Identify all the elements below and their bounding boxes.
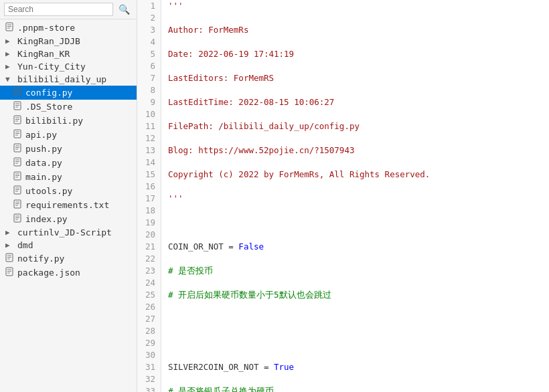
- tree-item-label: push.py: [25, 144, 62, 154]
- tree-item-label: KingRan_KR: [17, 49, 70, 59]
- file-icon: [5, 22, 15, 33]
- tree-item-utools-py[interactable]: utools.py: [0, 184, 137, 198]
- tree-item-label: .pnpm-store: [17, 23, 75, 33]
- file-icon: [13, 115, 23, 126]
- file-icon: [13, 185, 23, 197]
- svg-rect-16: [14, 130, 21, 138]
- code-line-17: # 是否将银瓜子兑换为硬币: [168, 385, 549, 392]
- tree-item-dmd[interactable]: ▶dmd: [0, 239, 137, 252]
- file-explorer-sidebar: 🔍 .pnpm-store▶KingRan_JDJB▶KingRan_KR▶Yu…: [0, 0, 137, 392]
- tree-item-yun-city[interactable]: ▶Yun-City_City: [0, 60, 137, 73]
- code-line-2: Author: ForMemRs: [168, 24, 549, 36]
- folder-open-icon: ▼: [5, 75, 15, 84]
- tree-item-bilibili-py[interactable]: bilibili.py: [0, 114, 137, 128]
- file-icon: [13, 101, 23, 112]
- tree-item-bilibili-daily-up[interactable]: ▼bilibili_daily_up: [0, 73, 137, 86]
- tree-item-curtinlv[interactable]: ▶curtinlv_JD-Script: [0, 226, 137, 239]
- code-line-5: LastEditTime: 2022-08-15 10:06:27: [168, 96, 549, 108]
- svg-rect-48: [6, 268, 13, 276]
- folder-collapsed-icon: ▶: [5, 228, 15, 237]
- tree-item-label: .DS_Store: [25, 102, 72, 112]
- code-content: ''' Author: ForMemRs Date: 2022-06-19 17…: [161, 0, 549, 392]
- svg-rect-44: [6, 254, 13, 262]
- search-button[interactable]: 🔍: [116, 3, 133, 16]
- file-icon: [13, 157, 23, 169]
- tree-item-data-py[interactable]: data.py: [0, 156, 137, 170]
- folder-collapsed-icon: ▶: [5, 62, 15, 71]
- code-line-4: LastEditors: ForMemRS: [168, 72, 549, 84]
- tree-item-label: package.json: [17, 268, 80, 278]
- svg-rect-0: [6, 23, 13, 31]
- tree-item-config-py[interactable]: config.py: [0, 86, 137, 100]
- file-icon: [13, 129, 23, 140]
- svg-rect-8: [14, 102, 21, 110]
- file-icon: [13, 171, 23, 183]
- svg-rect-36: [14, 200, 21, 208]
- svg-rect-20: [14, 144, 21, 152]
- tree-item-notify-py[interactable]: notify.py: [0, 252, 137, 266]
- code-line-1: ''': [168, 0, 549, 12]
- code-line-14: [168, 313, 549, 325]
- code-line-11: COIN_OR_NOT = False: [168, 241, 549, 253]
- file-tree: .pnpm-store▶KingRan_JDJB▶KingRan_KR▶Yun-…: [0, 19, 137, 392]
- tree-item-push-py[interactable]: push.py: [0, 142, 137, 156]
- tree-item-package-json[interactable]: package.json: [0, 266, 137, 280]
- tree-item-index-py[interactable]: index.py: [0, 212, 137, 226]
- tree-item-label: bilibili.py: [25, 116, 83, 126]
- file-icon: [13, 87, 23, 98]
- code-line-8: Copyright (c) 2022 by ForMemRs, All Righ…: [168, 169, 549, 181]
- code-line-16: SILVER2COIN_OR_NOT = True: [168, 361, 549, 373]
- svg-rect-24: [14, 158, 21, 166]
- code-editor: 1 2 3 4 5 6 7 8 9 10 11 12 13 14 15 16 1…: [137, 0, 549, 392]
- tree-item-label: KingRan_JDJB: [17, 36, 80, 46]
- file-icon: [5, 267, 15, 278]
- search-input[interactable]: [4, 3, 113, 16]
- code-line-3: Date: 2022-06-19 17:41:19: [168, 48, 549, 60]
- tree-item-label: index.py: [25, 214, 68, 224]
- code-area[interactable]: 1 2 3 4 5 6 7 8 9 10 11 12 13 14 15 16 1…: [137, 0, 549, 392]
- folder-collapsed-icon: ▶: [5, 50, 15, 58]
- tree-item-label: main.py: [25, 172, 62, 182]
- tree-item-pnpm-store[interactable]: .pnpm-store: [0, 21, 137, 35]
- tree-item-label: dmd: [17, 240, 33, 250]
- search-bar: 🔍: [0, 0, 137, 19]
- tree-item-api-py[interactable]: api.py: [0, 128, 137, 142]
- tree-item-label: Yun-City_City: [17, 62, 86, 72]
- code-line-6: FilePath: /bilibili_daily_up/config.py: [168, 120, 549, 132]
- file-icon: [5, 253, 15, 264]
- svg-rect-4: [14, 88, 21, 96]
- tree-item-label: requirements.txt: [25, 200, 109, 210]
- code-line-10: [168, 217, 549, 229]
- folder-collapsed-icon: ▶: [5, 241, 15, 250]
- tree-item-requirements[interactable]: requirements.txt: [0, 198, 137, 212]
- code-line-7: Blog: https://www.52pojie.cn/?1507943: [168, 144, 549, 157]
- tree-item-kingran-kr[interactable]: ▶KingRan_KR: [0, 47, 137, 60]
- tree-item-label: bilibili_daily_up: [17, 74, 106, 84]
- svg-rect-32: [14, 186, 21, 194]
- tree-item-label: utools.py: [25, 186, 72, 196]
- tree-item-label: notify.py: [17, 254, 64, 264]
- code-line-9: ''': [168, 193, 549, 205]
- file-icon: [13, 199, 23, 211]
- file-icon: [13, 143, 23, 155]
- code-line-13: # 开启后如果硬币数量小于5默认也会跳过: [168, 289, 549, 301]
- tree-item-label: api.py: [25, 130, 57, 140]
- line-numbers: 1 2 3 4 5 6 7 8 9 10 11 12 13 14 15 16 1…: [137, 0, 161, 392]
- code-line-15: [168, 337, 549, 349]
- svg-rect-28: [14, 172, 21, 180]
- svg-rect-12: [14, 116, 21, 124]
- tree-item-label: data.py: [25, 158, 62, 168]
- folder-collapsed-icon: ▶: [5, 37, 15, 45]
- tree-item-label: config.py: [25, 88, 72, 98]
- svg-rect-40: [14, 214, 21, 222]
- file-icon: [13, 213, 23, 225]
- tree-item-main-py[interactable]: main.py: [0, 170, 137, 184]
- tree-item-label: curtinlv_JD-Script: [17, 227, 112, 237]
- code-line-12: # 是否投币: [168, 265, 549, 277]
- tree-item-ds-store[interactable]: .DS_Store: [0, 100, 137, 114]
- tree-item-kingran-jdjb[interactable]: ▶KingRan_JDJB: [0, 35, 137, 47]
